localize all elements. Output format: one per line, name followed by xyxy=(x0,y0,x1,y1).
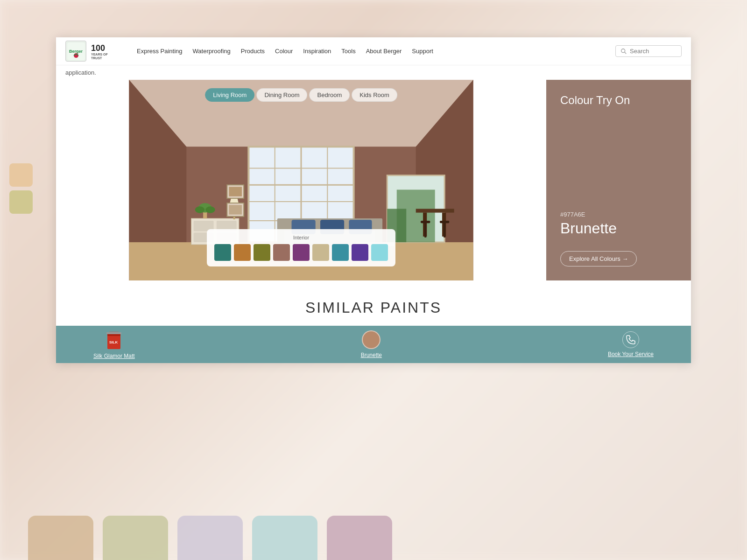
room-tabs: Living Room Dining Room Bedroom Kids Roo… xyxy=(205,88,397,102)
chip-2[interactable] xyxy=(103,516,168,560)
swatch-cyan[interactable] xyxy=(371,244,388,261)
svg-text:100: 100 xyxy=(91,43,105,53)
logo-area: Berger 100 YEARS OF TRUST xyxy=(65,41,123,62)
book-service-label: Book Your Service xyxy=(608,351,654,357)
svg-rect-57 xyxy=(440,221,449,223)
chip-4[interactable] xyxy=(252,516,317,560)
search-input[interactable] xyxy=(630,48,677,55)
color-section: Living Room Dining Room Bedroom Kids Roo… xyxy=(56,80,691,280)
swatch-mauve[interactable] xyxy=(273,244,290,261)
swatch-orange[interactable] xyxy=(234,244,251,261)
svg-point-35 xyxy=(205,206,215,213)
svg-text:TRUST: TRUST xyxy=(91,56,102,59)
svg-rect-49 xyxy=(229,187,242,196)
swatch-blue[interactable] xyxy=(332,244,349,261)
room-visual: Living Room Dining Room Bedroom Kids Roo… xyxy=(56,80,546,280)
main-container: Berger 100 YEARS OF TRUST Express Painti… xyxy=(56,37,691,363)
svg-line-7 xyxy=(625,52,627,54)
svg-text:Berger: Berger xyxy=(69,49,83,54)
explore-all-colours-button[interactable]: Explore All Colours → xyxy=(560,251,637,266)
color-swatches xyxy=(214,244,388,261)
svg-text:YEARS OF: YEARS OF xyxy=(91,53,108,56)
nav-products[interactable]: Products xyxy=(241,48,265,55)
swatch-teal[interactable] xyxy=(214,244,231,261)
svg-rect-56 xyxy=(424,223,426,238)
nav-inspiration[interactable]: Inspiration xyxy=(303,48,331,55)
nav-colour[interactable]: Colour xyxy=(275,48,293,55)
color-name: Brunette xyxy=(560,220,637,237)
logo-100-years: 100 YEARS OF TRUST xyxy=(90,42,123,61)
svg-rect-58 xyxy=(444,223,445,238)
swatch-olive[interactable] xyxy=(254,244,270,261)
left-chip-2 xyxy=(9,190,33,214)
swatch-violet[interactable] xyxy=(352,244,368,261)
tab-dining-room[interactable]: Dining Room xyxy=(256,88,307,102)
color-picker-label: Interior xyxy=(214,235,388,240)
nav-support[interactable]: Support xyxy=(412,48,433,55)
color-hex: #977A6E xyxy=(560,211,637,218)
svg-rect-52 xyxy=(416,209,454,212)
color-info: #977A6E Brunette Explore All Colours → xyxy=(560,211,637,266)
right-panel: Colour Try On #977A6E Brunette Explore A… xyxy=(546,80,691,280)
similar-paints-title: SIMILAR PAINTS xyxy=(65,299,682,316)
swatch-tan[interactable] xyxy=(312,244,329,261)
brunette-label: Brunette xyxy=(361,352,382,358)
tab-kids-room[interactable]: Kids Room xyxy=(352,88,397,102)
paint-can-icon: SILK xyxy=(106,329,122,350)
search-icon xyxy=(620,48,627,55)
tab-living-room[interactable]: Living Room xyxy=(205,88,254,102)
chip-1[interactable] xyxy=(28,516,93,560)
svg-text:SILK: SILK xyxy=(109,340,118,344)
search-box[interactable] xyxy=(615,45,682,57)
navbar: Berger 100 YEARS OF TRUST Express Painti… xyxy=(56,37,691,65)
brunette-circle xyxy=(362,330,381,349)
chip-5[interactable] xyxy=(327,516,392,560)
similar-paints-section: SIMILAR PAINTS xyxy=(56,280,691,326)
bottom-item-silk-glamor[interactable]: SILK Silk Glamor Matt xyxy=(93,329,135,359)
bottom-item-brunette[interactable]: Brunette xyxy=(361,330,382,358)
color-picker-panel: Interior xyxy=(207,229,395,266)
left-color-chips xyxy=(9,163,33,214)
nav-about-berger[interactable]: About Berger xyxy=(366,48,402,55)
chip-3[interactable] xyxy=(177,516,243,560)
nav-tools[interactable]: Tools xyxy=(341,48,355,55)
berger-logo: Berger xyxy=(65,41,86,62)
svg-point-6 xyxy=(621,49,625,52)
color-chips-row xyxy=(0,504,747,560)
nav-waterproofing[interactable]: Waterproofing xyxy=(193,48,231,55)
svg-rect-62 xyxy=(106,332,121,334)
nav-links: Express Painting Waterproofing Products … xyxy=(137,48,615,55)
nav-express-painting[interactable]: Express Painting xyxy=(137,48,183,55)
bottom-item-book-service[interactable]: Book Your Service xyxy=(608,331,654,357)
top-text: application. xyxy=(56,65,691,80)
swatch-purple[interactable] xyxy=(293,244,310,261)
phone-icon xyxy=(626,335,636,345)
silk-glamor-label: Silk Glamor Matt xyxy=(93,353,135,359)
svg-point-34 xyxy=(195,206,204,213)
svg-rect-55 xyxy=(421,221,430,223)
bottom-bar: SILK Silk Glamor Matt Brunette Book Your… xyxy=(56,326,691,363)
tab-bedroom[interactable]: Bedroom xyxy=(310,88,350,102)
colour-try-on-title: Colour Try On xyxy=(560,94,630,107)
left-chip-1 xyxy=(9,163,33,187)
phone-icon-wrapper xyxy=(622,331,639,348)
svg-rect-51 xyxy=(229,205,242,214)
